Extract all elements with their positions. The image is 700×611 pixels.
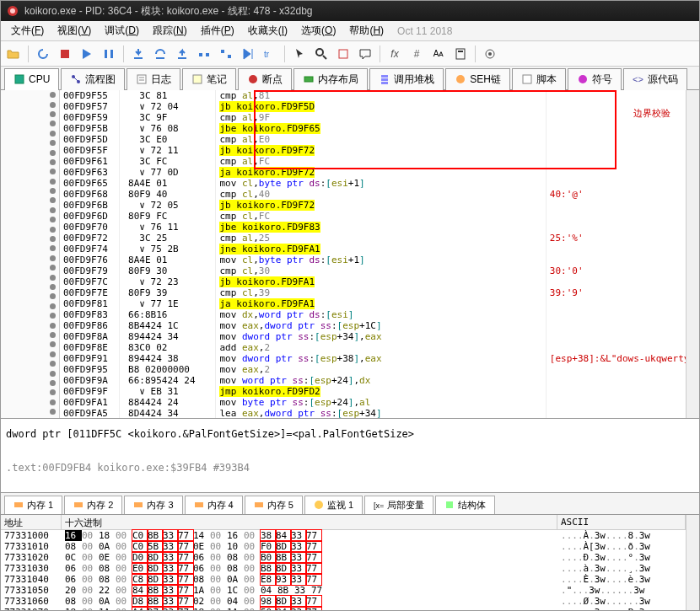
patches-icon[interactable]: [334, 45, 353, 63]
tab-bp[interactable]: 断点: [238, 68, 292, 90]
tab-graph[interactable]: 流程图: [61, 68, 125, 90]
disasm-row[interactable]: 00FD9F7E 80F9 39cmp cl,3939:'9': [60, 287, 699, 298]
dump-row[interactable]: 7733104006000800C88D337708000A00E8933377…: [1, 574, 686, 585]
restart-icon[interactable]: [34, 45, 52, 63]
menu-插件[interactable]: 插件(P): [194, 23, 241, 38]
dump-row[interactable]: 7733106008000A00D88B337702000400988D3377…: [1, 596, 686, 607]
menu-收藏夹[interactable]: 收藏夹(I): [241, 23, 294, 38]
disasm-row[interactable]: 00FD9F9A 66:895424 24mov word ptr ss:[es…: [60, 375, 699, 386]
menu-跟踪[interactable]: 跟踪(N): [146, 23, 194, 38]
dump-row[interactable]: 7733103006000800E08D337706000800B88D3377…: [1, 563, 686, 574]
hash-icon[interactable]: #: [407, 45, 426, 63]
dump-row[interactable]: 7733107018001A00A4D7337718001A0050843377…: [1, 607, 686, 611]
dump-tab-5[interactable]: 监视 1: [304, 496, 363, 514]
disasm-table[interactable]: 00FD9F55 3C 81cmp al,8100FD9F57 ∨ 72 04j…: [60, 90, 699, 418]
disasm-row[interactable]: 00FD9F86 8B4424 1Cmov eax,dword ptr ss:[…: [60, 320, 699, 331]
trace-over-icon[interactable]: [217, 45, 235, 63]
disasm-row[interactable]: 00FD9F72 3C 25cmp al,2525:'%': [60, 233, 699, 244]
font-icon[interactable]: Aᴀ: [429, 45, 448, 63]
info-line-2: .text:00FD9FB4 koikoro.exe:$39FB4 #393B4: [6, 459, 694, 478]
dump-tab-7[interactable]: 结构体: [435, 496, 495, 514]
search-icon[interactable]: [312, 45, 331, 63]
disasm-row[interactable]: 00FD9F8E 83C0 02add eax,2: [60, 342, 699, 353]
tab-notes[interactable]: 笔记: [182, 68, 236, 90]
disasm-scrollbar[interactable]: [686, 90, 699, 418]
disasm-row[interactable]: 00FD9F68 80F9 40cmp cl,4040:'@': [60, 189, 699, 200]
disasm-row[interactable]: 00FD9F5F ∨ 72 11jb koikoro.FD9F72: [60, 145, 699, 156]
disasm-row[interactable]: 00FD9F6B ∨ 72 05jb koikoro.FD9F72: [60, 200, 699, 211]
svg-rect-13: [458, 51, 463, 52]
disasm-row[interactable]: 00FD9F7C ∨ 72 23jb koikoro.FD9FA1: [60, 276, 699, 287]
pause-icon[interactable]: [100, 45, 118, 63]
disasm-panel[interactable]: 00FD9F55 3C 81cmp al,8100FD9F57 ∨ 72 04j…: [1, 90, 699, 419]
step-out-icon[interactable]: [173, 45, 191, 63]
disasm-row[interactable]: 00FD9FA5 8D4424 34lea eax,dword ptr ss:[…: [60, 408, 699, 418]
dump-row[interactable]: 773310200C000E00D08D337706000800B08B3377…: [1, 552, 686, 563]
disasm-row[interactable]: 00FD9F5D 3C E0cmp al,E0: [60, 134, 699, 145]
fx-icon[interactable]: fx: [385, 45, 404, 63]
disasm-row[interactable]: 00FD9F76 8A4E 01mov cl,byte ptr ds:[esi+…: [60, 255, 699, 265]
disasm-row[interactable]: 00FD9F8A 894424 34mov dword ptr ss:[esp+…: [60, 331, 699, 342]
disasm-row[interactable]: 00FD9F91 894424 38mov dword ptr ss:[esp+…: [60, 353, 699, 364]
menu-帮助[interactable]: 帮助(H): [342, 23, 390, 38]
menu-调试[interactable]: 调试(D): [98, 23, 146, 38]
tab-script[interactable]: 脚本: [512, 68, 566, 90]
calc-icon[interactable]: [451, 45, 470, 63]
svg-point-1: [10, 8, 15, 13]
tab-src[interactable]: <>源代码: [623, 68, 687, 90]
menu-文件[interactable]: 文件(F): [4, 23, 51, 38]
run-icon[interactable]: [78, 45, 96, 63]
dump-row[interactable]: 7733101008000A00C05B33770E001000F08D3377…: [1, 541, 686, 552]
dump-row[interactable]: 7733100016001800C08B33771400160038843377…: [1, 530, 686, 541]
disasm-row[interactable]: 00FD9F74 ∨ 75 2Bjne koikoro.FD9FA1: [60, 244, 699, 255]
disasm-row[interactable]: 00FD9F59 3C 9Fcmp al,9F: [60, 112, 699, 123]
dump-scrollbar-v[interactable]: [686, 515, 699, 611]
trace-into-icon[interactable]: [195, 45, 213, 63]
til-ret-icon[interactable]: tr: [261, 45, 279, 63]
dump-panel[interactable]: 地址 十六进制 ASCII 7733100016001800C08B337714…: [1, 515, 699, 611]
disasm-row[interactable]: 00FD9F5B ∨ 76 08jbe koikoro.FD9F65: [60, 123, 699, 134]
disasm-row[interactable]: 00FD9F95 B8 02000000mov eax,2: [60, 364, 699, 375]
settings-icon[interactable]: [481, 45, 499, 63]
svg-rect-30: [14, 502, 23, 507]
step-into-icon[interactable]: [129, 45, 148, 63]
dump-tab-6[interactable]: [x=]局部变量: [364, 496, 433, 514]
svg-rect-31: [74, 502, 83, 507]
disasm-row[interactable]: 00FD9F9F ∨ EB 31jmp koikoro.FD9FD2: [60, 386, 699, 397]
disasm-row[interactable]: 00FD9F70 ∨ 76 11jbe koikoro.FD9F83: [60, 222, 699, 233]
menu-选项[interactable]: 选项(O): [294, 23, 342, 38]
disasm-row[interactable]: 00FD9F61 3C FCcmp al,FC: [60, 156, 699, 167]
dump-header-hex: 十六进制: [62, 515, 557, 529]
svg-rect-23: [381, 75, 388, 78]
dump-tab-4[interactable]: 内存 5: [245, 496, 303, 514]
disasm-row[interactable]: 00FD9F81 ∨ 77 1Eja koikoro.FD9FA1: [60, 298, 699, 309]
disasm-row[interactable]: 00FD9F83 66:8B16mov dx,word ptr ds:[esi]: [60, 309, 699, 320]
tab-stack[interactable]: 调用堆栈: [369, 68, 444, 90]
step-over-icon[interactable]: [151, 45, 170, 63]
dump-tab-2[interactable]: 内存 3: [124, 496, 182, 514]
dump-row[interactable]: 7733105020002200848B33771A001C00048B3377…: [1, 585, 686, 596]
menu-视图[interactable]: 视图(V): [51, 23, 98, 38]
tab-log[interactable]: 日志: [127, 68, 180, 90]
comment-icon[interactable]: [356, 45, 374, 63]
tab-cpu[interactable]: CPU: [4, 68, 59, 90]
folder-open-icon[interactable]: [4, 45, 23, 63]
disasm-row[interactable]: 00FD9F79 80F9 30cmp cl,3030:'0': [60, 265, 699, 276]
tab-sym[interactable]: 符号: [568, 68, 622, 90]
cursor-icon[interactable]: [290, 45, 309, 63]
disasm-row[interactable]: 00FD9F55 3C 81cmp al,81: [60, 90, 699, 101]
disasm-row[interactable]: 00FD9FA1 884424 24mov byte ptr ss:[esp+2…: [60, 397, 699, 408]
dump-tab-1[interactable]: 内存 2: [64, 496, 122, 514]
disasm-row[interactable]: 00FD9F57 ∨ 72 04jb koikoro.FD9F5D: [60, 101, 699, 112]
dump-tab-3[interactable]: 内存 4: [185, 496, 243, 514]
tab-mem[interactable]: 内存布局: [293, 68, 368, 90]
disasm-row[interactable]: 00FD9F65 8A4E 01mov cl,byte ptr ds:[esi+…: [60, 178, 699, 189]
tab-seh[interactable]: SEH链: [445, 68, 510, 90]
disasm-row[interactable]: 00FD9F6D 80F9 FCcmp cl,FC: [60, 211, 699, 222]
disasm-row[interactable]: 00FD9F63 ∨ 77 0Dja koikoro.FD9F72: [60, 167, 699, 178]
stop-icon[interactable]: [56, 45, 74, 63]
dump-tab-0[interactable]: 内存 1: [4, 496, 62, 514]
svg-rect-3: [105, 50, 107, 58]
run-to-icon[interactable]: [239, 45, 257, 63]
dump-header-ascii: ASCII: [557, 515, 686, 529]
